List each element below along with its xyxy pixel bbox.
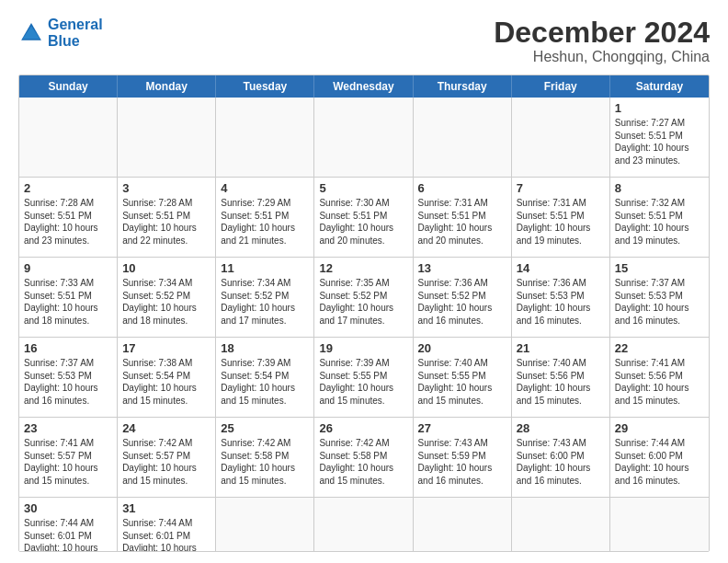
cell-content: Sunrise: 7:41 AMSunset: 5:56 PMDaylight:… <box>615 357 704 407</box>
cell-dec-17: 17 Sunrise: 7:38 AMSunset: 5:54 PMDaylig… <box>118 338 216 417</box>
day-number: 12 <box>319 261 407 275</box>
cell-content: Sunrise: 7:40 AMSunset: 5:56 PMDaylight:… <box>517 357 605 407</box>
cell-content: Sunrise: 7:33 AMSunset: 5:51 PMDaylight:… <box>24 277 112 327</box>
calendar-page: General Blue December 2024 Heshun, Chong… <box>0 0 728 563</box>
calendar-header: Sunday Monday Tuesday Wednesday Thursday… <box>19 75 709 98</box>
subtitle: Heshun, Chongqing, China <box>494 49 710 65</box>
day-number: 2 <box>24 181 112 195</box>
cell-content: Sunrise: 7:39 AMSunset: 5:55 PMDaylight:… <box>319 357 407 407</box>
cell-dec-6: 6 Sunrise: 7:31 AMSunset: 5:51 PMDayligh… <box>414 178 512 257</box>
cell-dec-23: 23 Sunrise: 7:41 AMSunset: 5:57 PMDaylig… <box>19 418 118 497</box>
cell-dec-27: 27 Sunrise: 7:43 AMSunset: 5:59 PMDaylig… <box>414 418 512 497</box>
cell-content: Sunrise: 7:27 AMSunset: 5:51 PMDaylight:… <box>615 117 704 167</box>
day-number: 8 <box>615 181 704 195</box>
day-number: 20 <box>418 341 506 355</box>
cell-content: Sunrise: 7:32 AMSunset: 5:51 PMDaylight:… <box>615 197 704 247</box>
cell-dec-14: 14 Sunrise: 7:36 AMSunset: 5:53 PMDaylig… <box>512 258 610 337</box>
cell-dec-30: 30 Sunrise: 7:44 AMSunset: 6:01 PMDaylig… <box>19 498 118 552</box>
cell-dec-19: 19 Sunrise: 7:39 AMSunset: 5:55 PMDaylig… <box>314 338 413 417</box>
cell-content: Sunrise: 7:39 AMSunset: 5:54 PMDaylight:… <box>221 357 309 407</box>
calendar-body: 1 Sunrise: 7:27 AMSunset: 5:51 PMDayligh… <box>19 98 709 552</box>
cell-content: Sunrise: 7:34 AMSunset: 5:52 PMDaylight:… <box>122 277 210 327</box>
cell-dec-25: 25 Sunrise: 7:42 AMSunset: 5:58 PMDaylig… <box>216 418 314 497</box>
cell-empty-3 <box>216 98 314 177</box>
day-number: 31 <box>122 501 210 515</box>
day-number: 13 <box>418 261 506 275</box>
cell-content: Sunrise: 7:43 AMSunset: 5:59 PMDaylight:… <box>418 437 506 487</box>
cell-content: Sunrise: 7:30 AMSunset: 5:51 PMDaylight:… <box>319 197 407 247</box>
day-number: 21 <box>517 341 605 355</box>
cell-content: Sunrise: 7:44 AMSunset: 6:01 PMDaylight:… <box>122 517 210 552</box>
week-6: 30 Sunrise: 7:44 AMSunset: 6:01 PMDaylig… <box>19 497 709 552</box>
cell-content: Sunrise: 7:31 AMSunset: 5:51 PMDaylight:… <box>517 197 605 247</box>
header-friday: Friday <box>512 75 610 98</box>
day-number: 7 <box>517 181 605 195</box>
week-5: 23 Sunrise: 7:41 AMSunset: 5:57 PMDaylig… <box>19 417 709 497</box>
header: General Blue December 2024 Heshun, Chong… <box>18 17 710 65</box>
cell-dec-18: 18 Sunrise: 7:39 AMSunset: 5:54 PMDaylig… <box>216 338 314 417</box>
day-number: 5 <box>319 181 407 195</box>
cell-content: Sunrise: 7:31 AMSunset: 5:51 PMDaylight:… <box>418 197 506 247</box>
cell-empty-w6-6 <box>512 498 610 552</box>
cell-empty-w6-7 <box>610 498 709 552</box>
week-3: 9 Sunrise: 7:33 AMSunset: 5:51 PMDayligh… <box>19 257 709 337</box>
cell-dec-5: 5 Sunrise: 7:30 AMSunset: 5:51 PMDayligh… <box>314 178 413 257</box>
cell-content: Sunrise: 7:36 AMSunset: 5:52 PMDaylight:… <box>418 277 506 327</box>
cell-dec-3: 3 Sunrise: 7:28 AMSunset: 5:51 PMDayligh… <box>118 178 216 257</box>
day-number: 17 <box>122 341 210 355</box>
cell-empty-2 <box>118 98 216 177</box>
cell-dec-16: 16 Sunrise: 7:37 AMSunset: 5:53 PMDaylig… <box>19 338 118 417</box>
cell-content: Sunrise: 7:42 AMSunset: 5:58 PMDaylight:… <box>221 437 309 487</box>
calendar: Sunday Monday Tuesday Wednesday Thursday… <box>18 75 710 552</box>
cell-empty-6 <box>512 98 610 177</box>
cell-dec-26: 26 Sunrise: 7:42 AMSunset: 5:58 PMDaylig… <box>314 418 413 497</box>
week-2: 2 Sunrise: 7:28 AMSunset: 5:51 PMDayligh… <box>19 177 709 257</box>
logo-text: General Blue <box>48 17 103 49</box>
day-number: 24 <box>122 421 210 435</box>
header-thursday: Thursday <box>414 75 512 98</box>
day-number: 9 <box>24 261 112 275</box>
cell-content: Sunrise: 7:35 AMSunset: 5:52 PMDaylight:… <box>319 277 407 327</box>
cell-empty-w6-3 <box>216 498 314 552</box>
title-block: December 2024 Heshun, Chongqing, China <box>494 17 710 65</box>
cell-content: Sunrise: 7:40 AMSunset: 5:55 PMDaylight:… <box>418 357 506 407</box>
cell-dec-15: 15 Sunrise: 7:37 AMSunset: 5:53 PMDaylig… <box>610 258 709 337</box>
cell-content: Sunrise: 7:28 AMSunset: 5:51 PMDaylight:… <box>24 197 112 247</box>
cell-dec-31: 31 Sunrise: 7:44 AMSunset: 6:01 PMDaylig… <box>118 498 216 552</box>
cell-empty-5 <box>414 98 512 177</box>
cell-content: Sunrise: 7:44 AMSunset: 6:00 PMDaylight:… <box>615 437 704 487</box>
svg-marker-1 <box>23 26 40 39</box>
day-number: 11 <box>221 261 309 275</box>
cell-dec-12: 12 Sunrise: 7:35 AMSunset: 5:52 PMDaylig… <box>314 258 413 337</box>
cell-content: Sunrise: 7:36 AMSunset: 5:53 PMDaylight:… <box>517 277 605 327</box>
day-number: 15 <box>615 261 704 275</box>
cell-dec-24: 24 Sunrise: 7:42 AMSunset: 5:57 PMDaylig… <box>118 418 216 497</box>
cell-content: Sunrise: 7:42 AMSunset: 5:57 PMDaylight:… <box>122 437 210 487</box>
day-number: 30 <box>24 501 112 515</box>
cell-content: Sunrise: 7:34 AMSunset: 5:52 PMDaylight:… <box>221 277 309 327</box>
header-monday: Monday <box>118 75 216 98</box>
day-number: 14 <box>517 261 605 275</box>
cell-empty-1 <box>19 98 118 177</box>
header-sunday: Sunday <box>19 75 118 98</box>
cell-content: Sunrise: 7:37 AMSunset: 5:53 PMDaylight:… <box>24 357 112 407</box>
cell-dec-2: 2 Sunrise: 7:28 AMSunset: 5:51 PMDayligh… <box>19 178 118 257</box>
cell-dec-11: 11 Sunrise: 7:34 AMSunset: 5:52 PMDaylig… <box>216 258 314 337</box>
cell-dec-7: 7 Sunrise: 7:31 AMSunset: 5:51 PMDayligh… <box>512 178 610 257</box>
day-number: 26 <box>319 421 407 435</box>
cell-dec-1: 1 Sunrise: 7:27 AMSunset: 5:51 PMDayligh… <box>610 98 709 177</box>
day-number: 22 <box>615 341 704 355</box>
main-title: December 2024 <box>494 17 710 49</box>
day-number: 23 <box>24 421 112 435</box>
day-number: 19 <box>319 341 407 355</box>
cell-dec-10: 10 Sunrise: 7:34 AMSunset: 5:52 PMDaylig… <box>118 258 216 337</box>
day-number: 18 <box>221 341 309 355</box>
cell-empty-4 <box>314 98 413 177</box>
day-number: 27 <box>418 421 506 435</box>
day-number: 29 <box>615 421 704 435</box>
week-4: 16 Sunrise: 7:37 AMSunset: 5:53 PMDaylig… <box>19 337 709 417</box>
cell-dec-4: 4 Sunrise: 7:29 AMSunset: 5:51 PMDayligh… <box>216 178 314 257</box>
header-saturday: Saturday <box>610 75 709 98</box>
header-tuesday: Tuesday <box>216 75 314 98</box>
cell-content: Sunrise: 7:37 AMSunset: 5:53 PMDaylight:… <box>615 277 704 327</box>
